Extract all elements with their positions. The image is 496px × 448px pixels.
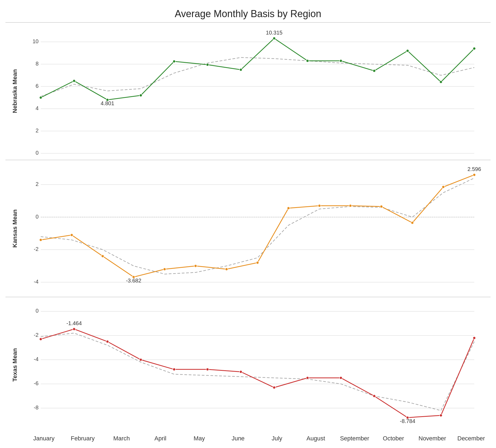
- svg-point-67: [139, 358, 142, 361]
- svg-point-65: [73, 328, 76, 330]
- x-axis-label: December: [452, 435, 491, 442]
- chart-title: Average Monthly Basis by Region: [5, 5, 491, 20]
- chart-panel-nebraska: Nebraska Mean02468104.80110.315: [5, 22, 491, 160]
- svg-text:0: 0: [36, 214, 39, 220]
- svg-point-70: [240, 371, 242, 373]
- svg-text:4.801: 4.801: [101, 100, 114, 106]
- svg-text:0: 0: [36, 150, 39, 156]
- svg-point-16: [173, 60, 175, 63]
- svg-text:-8.784: -8.784: [400, 418, 415, 424]
- svg-point-50: [442, 186, 445, 188]
- svg-text:2: 2: [36, 127, 39, 133]
- svg-text:-6: -6: [34, 380, 39, 386]
- x-axis-label: June: [219, 435, 258, 442]
- svg-point-69: [206, 368, 209, 371]
- svg-text:6: 6: [36, 83, 39, 89]
- svg-text:8: 8: [36, 61, 39, 67]
- svg-point-17: [206, 63, 209, 66]
- svg-point-77: [473, 337, 476, 339]
- svg-point-23: [406, 49, 409, 52]
- chart-inner-kansas: -4-202-3.6822.596: [24, 160, 491, 297]
- svg-text:-8: -8: [34, 405, 39, 410]
- svg-text:4: 4: [36, 105, 39, 111]
- svg-point-22: [373, 70, 376, 72]
- svg-point-49: [411, 222, 414, 224]
- x-axis-row: JanuaryFebruaryMarchAprilMayJuneJulyAugu…: [5, 433, 491, 448]
- svg-text:-3.682: -3.682: [126, 278, 142, 284]
- chart-inner-nebraska: 02468104.80110.315: [24, 23, 491, 160]
- chart-inner-texas: 0-2-4-6-8-1.464-8.784: [24, 297, 491, 433]
- x-axis-label: February: [63, 435, 102, 442]
- svg-text:10: 10: [33, 38, 39, 44]
- svg-point-39: [101, 255, 104, 257]
- x-axis-label: September: [335, 435, 374, 442]
- x-axis-label: November: [413, 435, 452, 442]
- svg-point-18: [240, 69, 242, 71]
- svg-text:2.596: 2.596: [467, 166, 481, 172]
- svg-point-72: [306, 377, 309, 379]
- x-axis-label: August: [296, 435, 335, 442]
- chart-svg-texas: 0-2-4-6-8-1.464-8.784: [24, 297, 491, 432]
- svg-point-66: [106, 340, 109, 343]
- svg-point-51: [473, 173, 476, 176]
- chart-panel-kansas: Kansas Mean-4-202-3.6822.596: [5, 160, 491, 297]
- svg-point-74: [373, 395, 376, 397]
- svg-point-15: [139, 94, 142, 97]
- svg-text:-4: -4: [34, 356, 39, 362]
- chart-svg-nebraska: 02468104.80110.315: [24, 23, 491, 159]
- svg-point-42: [194, 265, 197, 267]
- svg-point-21: [340, 60, 342, 62]
- svg-point-73: [340, 377, 342, 379]
- y-label-texas: Texas Mean: [5, 297, 24, 433]
- svg-point-12: [39, 96, 42, 99]
- y-label-nebraska: Nebraska Mean: [5, 23, 24, 160]
- x-axis-label: October: [374, 435, 413, 442]
- svg-text:-1.464: -1.464: [66, 320, 82, 326]
- svg-point-45: [287, 207, 290, 210]
- svg-point-46: [318, 204, 321, 207]
- x-axis-label: May: [180, 435, 219, 442]
- svg-point-24: [440, 81, 442, 83]
- svg-text:10.315: 10.315: [266, 30, 282, 36]
- svg-point-64: [39, 338, 42, 341]
- x-axis-label: July: [258, 435, 296, 442]
- svg-point-19: [273, 37, 275, 40]
- svg-point-13: [73, 80, 76, 82]
- svg-point-44: [256, 261, 259, 264]
- chart-svg-kansas: -4-202-3.6822.596: [24, 160, 491, 296]
- svg-point-76: [440, 414, 442, 417]
- svg-text:0: 0: [36, 308, 39, 314]
- svg-point-37: [39, 238, 42, 241]
- svg-point-20: [306, 60, 309, 62]
- x-axis-label: January: [24, 435, 63, 442]
- svg-point-47: [349, 204, 352, 207]
- svg-point-43: [225, 268, 228, 270]
- svg-point-25: [473, 47, 476, 50]
- svg-point-41: [163, 268, 166, 270]
- svg-point-38: [70, 234, 73, 236]
- svg-text:-4: -4: [34, 279, 39, 285]
- svg-point-68: [173, 368, 175, 371]
- svg-text:-2: -2: [34, 246, 39, 252]
- charts-area: Nebraska Mean02468104.80110.315Kansas Me…: [5, 22, 491, 433]
- y-label-kansas: Kansas Mean: [5, 160, 24, 297]
- chart-container: Average Monthly Basis by Region Nebraska…: [0, 0, 496, 448]
- chart-panel-texas: Texas Mean0-2-4-6-8-1.464-8.784: [5, 297, 491, 433]
- x-axis-label: April: [141, 435, 180, 442]
- svg-point-71: [273, 386, 275, 389]
- x-axis-label: March: [102, 435, 141, 442]
- svg-text:2: 2: [36, 181, 39, 187]
- svg-point-48: [380, 205, 383, 208]
- svg-text:-2: -2: [34, 332, 39, 338]
